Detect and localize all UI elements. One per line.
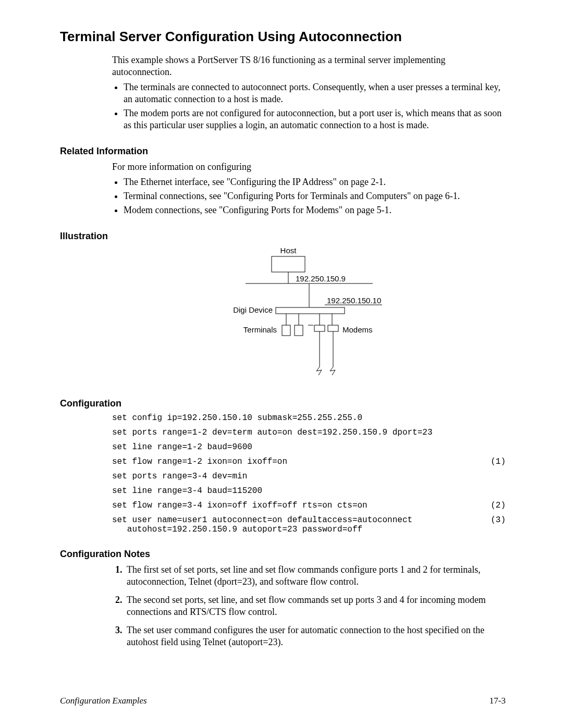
svg-rect-5 bbox=[276, 307, 345, 314]
config-notes-heading: Configuration Notes bbox=[60, 549, 506, 560]
svg-rect-10 bbox=[282, 325, 290, 336]
code-line: set config ip=192.250.150.10 submask=255… bbox=[112, 413, 506, 423]
intro-bullet: The modem ports are not configured for a… bbox=[124, 107, 506, 131]
code-line: set flow range=1-2 ixon=on ixoff=on(1) bbox=[112, 457, 506, 466]
config-note-item: The set user command configures the user… bbox=[125, 624, 506, 648]
related-item: Terminal connections, see "Configuring P… bbox=[124, 190, 506, 202]
config-notes-list: The first set of set ports, set line and… bbox=[112, 564, 506, 648]
svg-rect-14 bbox=[328, 325, 338, 331]
related-item: The Ethernet interface, see "Configuring… bbox=[124, 176, 506, 188]
page-title: Terminal Server Configuration Using Auto… bbox=[60, 29, 506, 45]
code-line: set ports range=3-4 dev=min bbox=[112, 472, 506, 481]
config-note-item: The first set of set ports, set line and… bbox=[125, 564, 506, 588]
code-line: set flow range=3-4 ixon=off ixoff=off rt… bbox=[112, 501, 506, 510]
intro-paragraph: This example shows a PortServer TS 8/16 … bbox=[112, 54, 506, 78]
page-footer: Configuration Examples 17-3 bbox=[60, 696, 506, 706]
svg-rect-0 bbox=[272, 256, 305, 272]
intro-bullet: The terminals are connected to autoconne… bbox=[124, 81, 506, 105]
related-heading: Related Information bbox=[60, 146, 506, 157]
illustration-block: Host 192.250.150.9 192.250.150.10 Digi D… bbox=[112, 246, 506, 384]
modems-label: Modems bbox=[342, 325, 373, 334]
related-block: For more information on configuring The … bbox=[112, 161, 506, 216]
terminals-label: Terminals bbox=[243, 325, 276, 334]
related-list: The Ethernet interface, see "Configuring… bbox=[112, 176, 506, 216]
host-ip-label: 192.250.150.9 bbox=[296, 274, 346, 283]
intro-block: This example shows a PortServer TS 8/16 … bbox=[112, 54, 506, 131]
config-note-item: The second set ports, set line, and set … bbox=[125, 594, 506, 618]
configuration-heading: Configuration bbox=[60, 398, 506, 409]
svg-rect-13 bbox=[314, 325, 325, 331]
page: Terminal Server Configuration Using Auto… bbox=[0, 0, 563, 728]
digi-device-label: Digi Device bbox=[233, 305, 273, 314]
code-line: set line range=1-2 baud=9600 bbox=[112, 442, 506, 452]
svg-rect-11 bbox=[295, 325, 303, 336]
code-line: set user name=user1 autoconnect=on defau… bbox=[112, 515, 506, 534]
config-notes-block: The first set of set ports, set line and… bbox=[112, 564, 506, 648]
host-label: Host bbox=[280, 246, 297, 255]
illustration-heading: Illustration bbox=[60, 231, 506, 242]
related-item: Modem connections, see "Configuring Port… bbox=[124, 204, 506, 216]
digi-ip-label: 192.250.150.10 bbox=[327, 296, 381, 305]
footer-left: Configuration Examples bbox=[60, 696, 147, 706]
footer-right: 17-3 bbox=[489, 696, 506, 706]
code-line: set ports range=1-2 dev=term auto=on des… bbox=[112, 428, 506, 437]
network-diagram: Host 192.250.150.9 192.250.150.10 Digi D… bbox=[215, 246, 403, 384]
intro-bullets: The terminals are connected to autoconne… bbox=[112, 81, 506, 131]
code-line: set line range=3-4 baud=115200 bbox=[112, 486, 506, 496]
related-lead: For more information on configuring bbox=[112, 161, 506, 173]
configuration-code: set config ip=192.250.150.10 submask=255… bbox=[112, 413, 506, 534]
